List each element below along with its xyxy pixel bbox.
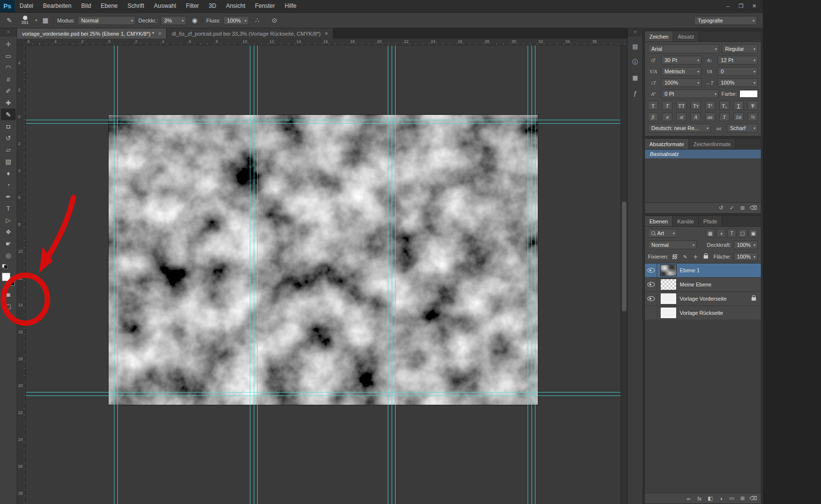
- layers-footer-icon[interactable]: ▭: [727, 494, 736, 503]
- document-canvas[interactable]: [108, 114, 538, 405]
- type-style-button[interactable]: T: [748, 101, 758, 110]
- collapsed-panel-icon[interactable]: ⓘ: [630, 57, 641, 67]
- layer-fill-select[interactable]: 100%: [733, 252, 758, 261]
- layers-footer-icon[interactable]: ⌫: [749, 494, 758, 503]
- panel-tab[interactable]: Absatzformate: [645, 139, 689, 149]
- close-tab-icon[interactable]: ×: [158, 31, 161, 37]
- lock-pixels-icon[interactable]: ✎: [681, 253, 689, 261]
- opentype-feature-button[interactable]: aa: [705, 112, 715, 121]
- lock-transparency-icon[interactable]: [671, 253, 679, 261]
- close-button[interactable]: ✕: [748, 0, 761, 13]
- text-color-swatch[interactable]: [739, 90, 758, 98]
- panel-footer-icon[interactable]: ⌫: [749, 204, 758, 212]
- document-tab[interactable]: dl_6s_zf_portrait.psd bei 33,3% (Vorlage…: [167, 28, 333, 39]
- lock-position-icon[interactable]: ✛: [691, 253, 699, 261]
- opentype-feature-button[interactable]: 1st: [733, 112, 744, 121]
- font-family-select[interactable]: Arial: [648, 44, 719, 53]
- layer-name[interactable]: Vorlage Rückseite: [680, 310, 723, 316]
- vertical-ruler[interactable]: 420246810121416182022242628: [17, 45, 26, 504]
- language-select[interactable]: Deutsch: neue Re...: [648, 124, 711, 132]
- font-style-select[interactable]: Regular: [722, 44, 758, 53]
- clone-stamp-tool[interactable]: ◘: [1, 120, 16, 132]
- layer-visibility-toggle[interactable]: [645, 263, 657, 277]
- opentype-feature-button[interactable]: ½: [748, 112, 758, 121]
- opentype-feature-button[interactable]: fi: [648, 112, 658, 121]
- close-tab-icon[interactable]: ×: [325, 31, 328, 37]
- type-style-button[interactable]: Tᴛ: [690, 101, 701, 110]
- canvas-viewport[interactable]: [26, 45, 627, 504]
- blend-mode-select[interactable]: Normal: [78, 16, 135, 25]
- type-style-button[interactable]: T: [648, 101, 658, 110]
- type-style-button[interactable]: T¹: [705, 101, 715, 110]
- type-style-button[interactable]: T: [733, 101, 744, 110]
- layer-row[interactable]: Vorlage Rückseite: [645, 306, 761, 320]
- path-selection-tool[interactable]: ▷: [1, 214, 16, 226]
- layer-thumbnail[interactable]: [660, 307, 677, 319]
- menu-item[interactable]: Datei: [15, 0, 38, 12]
- layer-filter-icon[interactable]: T: [727, 229, 736, 238]
- panel-tab[interactable]: Absatz: [673, 31, 699, 42]
- menu-item[interactable]: Auswahl: [149, 0, 181, 12]
- collapsed-panel-icon[interactable]: ▤: [630, 41, 641, 52]
- horizontal-scale-input[interactable]: 100%: [717, 78, 758, 87]
- crop-tool[interactable]: #: [1, 73, 16, 85]
- layer-name[interactable]: Meine Ebene: [680, 282, 711, 287]
- foreground-color-swatch[interactable]: [2, 273, 10, 281]
- pressure-opacity-icon[interactable]: ◉: [189, 15, 200, 26]
- baseline-shift-input[interactable]: 0 Pt: [661, 89, 719, 98]
- type-tool[interactable]: T: [1, 202, 16, 214]
- blur-tool[interactable]: ♦: [1, 167, 16, 179]
- brush-preset-picker[interactable]: 391: [18, 16, 32, 25]
- vertical-scale-input[interactable]: 100%: [661, 78, 702, 87]
- antialias-select[interactable]: Scharf: [727, 124, 758, 132]
- layers-footer-icon[interactable]: ⊞: [738, 494, 747, 503]
- menu-item[interactable]: 3D: [204, 0, 221, 12]
- gradient-tool[interactable]: ▧: [1, 155, 16, 167]
- chevron-down-icon[interactable]: ▾: [35, 18, 37, 22]
- layers-footer-icon[interactable]: ◧: [706, 494, 715, 503]
- layer-filter-icon[interactable]: ▢: [738, 229, 747, 238]
- layers-footer-icon[interactable]: ∞: [684, 494, 693, 503]
- panel-tab[interactable]: Kanäle: [673, 216, 699, 226]
- airbrush-icon[interactable]: ∴: [252, 15, 263, 26]
- rectangular-marquee-tool[interactable]: ▭: [1, 50, 16, 62]
- default-colors-icon[interactable]: [2, 264, 8, 269]
- layer-blend-mode-select[interactable]: Normal: [648, 241, 697, 249]
- tracking-select[interactable]: 0: [717, 67, 758, 76]
- layer-filter-icon[interactable]: ▣: [749, 229, 758, 238]
- opentype-feature-button[interactable]: A: [690, 112, 701, 121]
- type-style-button[interactable]: TT: [676, 101, 687, 110]
- flow-select[interactable]: 100%: [223, 16, 249, 25]
- zoom-tool[interactable]: ◎: [1, 249, 16, 261]
- layers-footer-icon[interactable]: ◑: [716, 494, 726, 503]
- pressure-size-icon[interactable]: ⊙: [269, 15, 280, 26]
- quick-mask-button[interactable]: ◙: [1, 288, 16, 300]
- layers-footer-icon[interactable]: fx: [695, 494, 704, 503]
- brush-tool[interactable]: ✎: [1, 109, 16, 120]
- workspace-select[interactable]: Typografie: [694, 16, 757, 25]
- dock-collapse-icon[interactable]: «: [628, 28, 643, 36]
- layer-visibility-toggle[interactable]: [645, 292, 657, 306]
- opentype-feature-button[interactable]: T: [719, 112, 730, 121]
- layer-thumbnail[interactable]: [660, 264, 677, 276]
- layer-name[interactable]: Ebene 1: [680, 267, 700, 273]
- custom-shape-tool[interactable]: ❖: [1, 226, 16, 238]
- menu-item[interactable]: Filter: [181, 0, 204, 12]
- hand-tool[interactable]: ☛: [1, 238, 16, 249]
- eraser-tool[interactable]: ▱: [1, 144, 16, 155]
- panel-tab[interactable]: Zeichenformate: [689, 139, 735, 149]
- menu-item[interactable]: Ansicht: [221, 0, 250, 12]
- panel-footer-icon[interactable]: ↺: [716, 204, 726, 212]
- layer-row[interactable]: Ebene 1: [645, 263, 761, 278]
- spot-healing-brush-tool[interactable]: ✚: [1, 97, 16, 109]
- layer-name[interactable]: Vorlage Vorderseite: [680, 296, 727, 302]
- lock-all-icon[interactable]: [702, 253, 710, 261]
- layer-visibility-toggle[interactable]: [645, 278, 657, 291]
- lasso-tool[interactable]: ◠: [1, 62, 16, 73]
- layer-filter-icon[interactable]: ◑: [716, 229, 726, 238]
- panel-tab[interactable]: Zeichen: [645, 31, 673, 42]
- menu-item[interactable]: Ebene: [96, 0, 123, 12]
- leading-select[interactable]: 12 Pt: [717, 56, 758, 65]
- layer-filter-icon[interactable]: ▦: [706, 229, 715, 238]
- menu-item[interactable]: Hilfe: [280, 0, 301, 12]
